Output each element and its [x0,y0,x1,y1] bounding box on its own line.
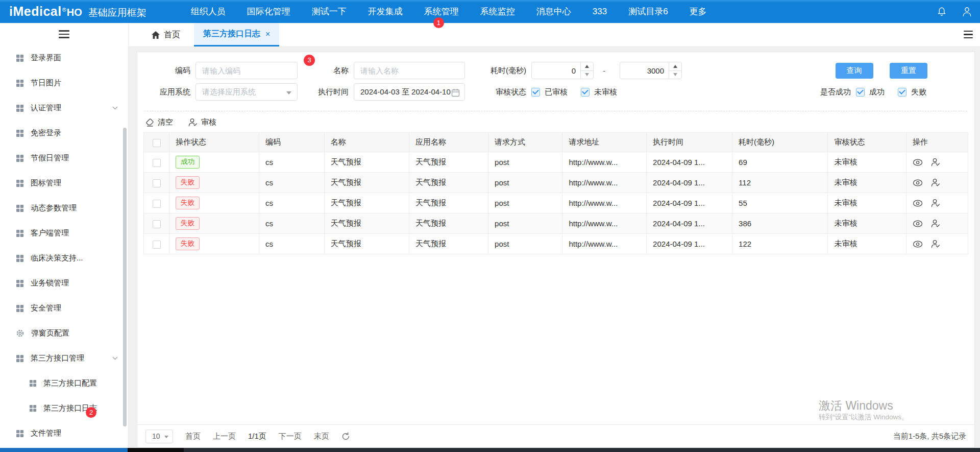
clear-button-label: 清空 [158,117,173,127]
sidebar-item-thirdparty-config[interactable]: 第三方接口配置 [0,371,128,396]
audited-checkbox[interactable]: 已审核 [531,87,568,97]
nav-item-org[interactable]: 组织人员 [180,0,236,23]
nav-item-333[interactable]: 333 [582,0,618,23]
eye-icon[interactable] [913,179,923,186]
sidebar-item-security-mgmt[interactable]: 安全管理 [0,296,128,321]
clear-button[interactable]: 清空 [145,117,173,127]
cell-elapsed: 386 [732,213,828,234]
nav-item-sysmgmt[interactable]: 系统管理 1 [413,0,470,23]
table-row: 失败 cs 天气预报 天气预报 post http://www.w... 202… [144,213,968,234]
elapsed-max-stepper[interactable]: 3000 [620,62,682,79]
top-bar-icons [937,6,980,17]
taskbar-edge [0,448,980,452]
registered-mark-icon: ® [62,7,66,13]
sidebar-item-passwordless[interactable]: 免密登录 [0,121,128,146]
nav-item-test[interactable]: 测试一下 [301,0,357,23]
content-area: 编码 名称 耗时(毫秒) 0 - [129,47,980,448]
sidebar-item-icon-mgmt[interactable]: 图标管理 [0,171,128,196]
sidebar-item-client-mgmt[interactable]: 客户端管理 [0,221,128,246]
row-checkbox[interactable] [153,159,161,167]
sidebar-item-holiday-mgmt[interactable]: 节假日管理 [0,146,128,171]
name-input[interactable] [354,62,465,79]
audit-user-icon[interactable] [931,219,940,228]
log-table: 操作状态 编码 名称 应用名称 请求方式 请求地址 执行时间 耗时(毫秒) 审核… [143,132,968,254]
sidebar-item-business-lock[interactable]: 业务锁管理 [0,271,128,296]
cell-elapsed: 55 [732,193,828,213]
eye-icon[interactable] [913,220,923,227]
current-page-indicator: 1/1页 [248,432,266,441]
status-badge: 失败 [176,237,200,250]
tab-list-menu-icon[interactable] [964,31,973,38]
sidebar-item-thirdparty-mgmt[interactable]: 第三方接口管理 [0,346,128,371]
row-checkbox[interactable] [153,200,161,208]
user-icon[interactable] [962,7,972,17]
cell-time: 2024-04-09 1... [647,152,732,173]
sidebar-collapse-icon[interactable] [0,23,128,45]
app-system-placeholder: 请选择应用系统 [202,87,256,97]
last-page-link[interactable]: 末页 [314,432,329,441]
code-input[interactable] [195,62,298,79]
sidebar-item-dynamic-params[interactable]: 动态参数管理 [0,196,128,221]
spinner-up-icon[interactable] [581,62,593,71]
first-page-link[interactable]: 首页 [185,432,201,441]
tab-home[interactable]: 首页 [144,23,188,46]
nav-item-more[interactable]: 更多 [679,0,718,23]
spinner-down-icon[interactable] [581,71,593,79]
audit-user-icon[interactable] [931,158,940,166]
spinner-down-icon[interactable] [669,71,681,79]
elapsed-label: 耗时(毫秒) [471,66,526,76]
screen: iMedical ® HO 基础应用框架 组织人员 国际化管理 测试一下 开发集… [0,0,980,452]
cell-method: post [488,234,562,254]
sidebar-item-login-ui[interactable]: 登录界面 [0,45,128,70]
nav-item-i18n[interactable]: 国际化管理 [236,0,301,23]
unaudited-checkbox[interactable]: 未审核 [581,87,617,97]
sidebar-item-label: 动态参数管理 [31,203,77,213]
nav-item-msgcenter[interactable]: 消息中心 [526,0,582,23]
nav-item-devint[interactable]: 开发集成 [357,0,413,23]
nav-item-sysmon[interactable]: 系统监控 [470,0,526,23]
stepper-arrows [669,62,681,79]
audit-button[interactable]: 审核 [188,117,216,127]
sidebar-item-popup-config[interactable]: 弹窗页配置 [0,321,128,346]
cell-url: http://www.w... [562,193,647,213]
cell-code: cs [259,152,325,173]
elapsed-min-stepper[interactable]: 0 [531,62,594,79]
app-system-select[interactable]: 请选择应用系统 [195,83,298,101]
tab-thirdparty-log[interactable]: 第三方接口日志 × [194,23,279,46]
col-elapsed: 耗时(毫秒) [732,133,828,152]
fail-checkbox[interactable]: 失败 [898,87,926,97]
logo-brand: iMedical [9,4,62,19]
eye-icon[interactable] [913,241,923,248]
sidebar-scrollbar[interactable] [123,128,127,426]
table-row: 失败 cs 天气预报 天气预报 post http://www.w... 202… [144,234,968,254]
close-icon[interactable]: × [265,30,270,39]
checkbox-checked-icon [898,88,906,97]
audit-user-icon[interactable] [931,240,940,248]
page-size-select[interactable]: 10 [145,430,173,443]
query-button[interactable]: 查询 [836,63,873,79]
reset-button[interactable]: 重置 [890,63,927,79]
row-checkbox[interactable] [153,220,161,228]
sidebar-item-clinical-decision[interactable]: 临床决策支持... [0,246,128,271]
audit-user-icon[interactable] [931,199,940,207]
spinner-up-icon[interactable] [669,62,681,71]
next-page-link[interactable]: 下一页 [279,432,302,441]
sidebar-item-thirdparty-log[interactable]: 第三方接口日志 2 [0,396,128,421]
sidebar-item-auth-mgmt[interactable]: 认证管理 [0,96,128,121]
row-checkbox[interactable] [153,241,161,249]
nav-item-testdir6[interactable]: 测试目录6 [618,0,678,23]
audit-user-icon[interactable] [931,178,940,187]
exec-time-range-input[interactable]: 2024-04-03 至 2024-04-10 [354,83,465,101]
log-panel: 编码 名称 耗时(毫秒) 0 - [137,52,975,448]
success-checkbox[interactable]: 成功 [856,87,885,97]
prev-page-link[interactable]: 上一页 [213,432,236,441]
sidebar-item-holiday-image[interactable]: 节日图片 [0,70,128,96]
refresh-icon[interactable] [341,432,350,441]
table-toolbar: 清空 审核 [137,111,974,132]
select-all-checkbox[interactable] [153,139,161,147]
bell-icon[interactable] [937,6,947,17]
sidebar-item-file-mgmt[interactable]: 文件管理 [0,421,128,446]
eye-icon[interactable] [913,200,923,207]
eye-icon[interactable] [913,159,923,166]
row-checkbox[interactable] [153,179,161,187]
